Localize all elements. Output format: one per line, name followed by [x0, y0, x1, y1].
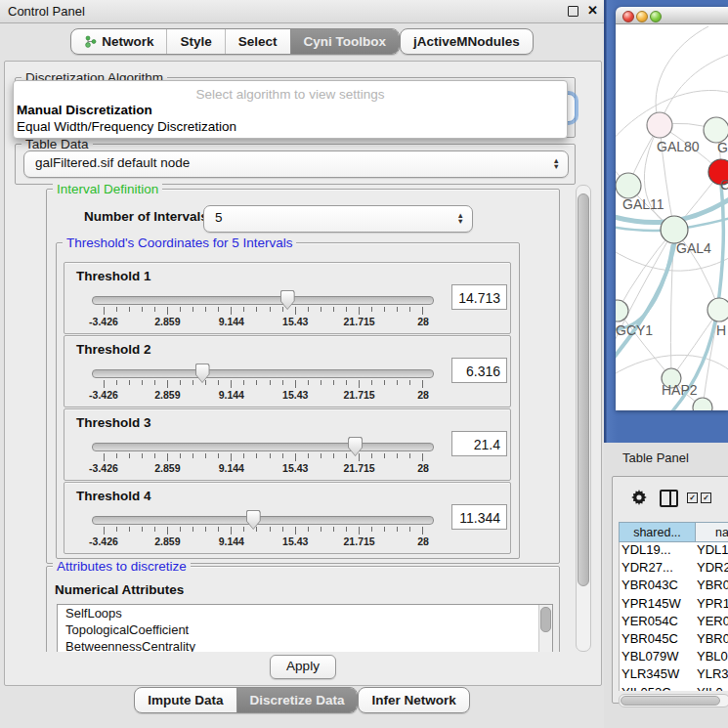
gear-icon[interactable]	[630, 489, 648, 510]
table-header-row: shared... na	[619, 522, 728, 542]
node-label: H	[716, 322, 726, 338]
network-window: GAL80 GA C GAL11 GAL4 GCY1 H HAP2	[616, 7, 728, 410]
apply-button[interactable]: Apply	[270, 655, 336, 679]
tab-select[interactable]: Select	[225, 29, 290, 54]
tab-jactivemnodules[interactable]: jActiveMNodules	[401, 29, 533, 54]
list-item[interactable]: TopologicalCoefficient	[58, 621, 552, 638]
network-icon	[84, 35, 97, 48]
threshold-2-slider[interactable]: -3.426 2.859 9.144 15.43 21.715 28	[92, 364, 434, 403]
threshold-2-value-field[interactable]: 6.316	[451, 358, 507, 383]
mac-minimize-button[interactable]	[636, 11, 648, 22]
network-graph: GAL80 GA C GAL11 GAL4 GCY1 H HAP2	[616, 24, 728, 410]
mac-close-button[interactable]	[622, 11, 634, 22]
node-table: shared... na YDL19...YDL1 YDR27...YDR2 Y…	[619, 522, 728, 691]
close-icon[interactable]: ✕	[587, 3, 598, 18]
right-region: GAL80 GA C GAL11 GAL4 GCY1 H HAP2 Table …	[604, 0, 728, 728]
tab-impute-data[interactable]: Impute Data	[135, 688, 236, 712]
table-row[interactable]: YIL052CYIL0	[620, 685, 728, 692]
popup-item-manual-discretization[interactable]: Manual Discretization	[17, 103, 152, 117]
table-data-combo[interactable]: galFiltered.sif default node ▲▼	[23, 150, 569, 178]
node-h[interactable]	[707, 298, 728, 321]
node-label: GAL80	[657, 139, 700, 154]
thresholds-group-label: Threshold's Coordinates for 5 Intervals	[63, 236, 296, 250]
threshold-4-slider[interactable]: -3.426 2.859 9.144 15.43 21.715 28	[92, 510, 434, 549]
cyni-toolbox-panel: Discretization Algorithm ▲▼ Select algor…	[4, 61, 602, 686]
bottom-tab-bar: Impute Data Discretize Data Infer Networ…	[0, 687, 604, 713]
mac-zoom-button[interactable]	[650, 11, 662, 22]
settings-scroll-area: Interval Definition Number of Intervals …	[15, 183, 576, 652]
top-tab-bar: Network Style Select Cyni Toolbox jActiv…	[0, 28, 604, 55]
list-item[interactable]: SelfLoops	[58, 605, 552, 621]
node-gal11[interactable]	[616, 173, 641, 198]
combo-stepper-icon: ▲▼	[457, 213, 464, 225]
network-window-titlebar[interactable]	[616, 7, 728, 24]
panel-title: Control Panel	[8, 4, 85, 19]
thresholds-group: Threshold's Coordinates for 5 Intervals …	[56, 242, 520, 559]
float-window-icon[interactable]	[568, 6, 578, 17]
node-gcy1[interactable]	[616, 300, 628, 321]
threshold-1-box: Threshold 1 -3.426 2.859 9.144 15.43 21.…	[64, 262, 511, 334]
column-header-name[interactable]: na	[696, 523, 728, 541]
settings-scrollbar[interactable]	[576, 185, 591, 652]
column-header-shared-name[interactable]: shared...	[620, 523, 696, 541]
threshold-4-box: Threshold 4 -3.426 2.859 9.144 15.43 21.…	[64, 482, 511, 554]
attributes-group: Attributes to discretize Numerical Attri…	[46, 566, 560, 652]
columns-icon[interactable]	[660, 490, 678, 507]
list-item[interactable]: BetweennessCentrality	[58, 638, 552, 652]
checked-box-icon: ✓	[687, 492, 698, 503]
node-label: GAL11	[622, 196, 664, 212]
table-row[interactable]: YBR043CYBR0	[620, 578, 728, 595]
node-label: GCY1	[616, 322, 653, 338]
popup-placeholder: Select algorithm to view settings	[14, 87, 567, 102]
threshold-3-value-field[interactable]: 21.4	[451, 431, 507, 456]
numerical-attributes-label: Numerical Attributes	[55, 582, 184, 597]
node-gal4[interactable]	[661, 216, 688, 243]
network-canvas[interactable]: GAL80 GA C GAL11 GAL4 GCY1 H HAP2	[616, 24, 728, 410]
table-data-label: Table Data	[21, 137, 93, 151]
attributes-group-label: Attributes to discretize	[53, 559, 191, 574]
node-bottom-partial[interactable]	[693, 398, 712, 410]
threshold-4-value-field[interactable]: 11.344	[451, 504, 507, 530]
node-label: C	[720, 177, 728, 193]
table-panel-title: Table Panel	[622, 450, 689, 465]
table-body: YDL19...YDL1 YDR27...YDR2 YBR043CYBR0 YP…	[619, 542, 728, 691]
tab-cyni-toolbox[interactable]: Cyni Toolbox	[290, 29, 400, 54]
table-row[interactable]: YDR27...YDR2	[620, 560, 728, 578]
table-row[interactable]: YPR145WYPR1	[620, 596, 728, 614]
table-row[interactable]: YLR345WYLR3	[620, 666, 728, 684]
checked-box-icon: ✓	[701, 492, 711, 503]
checkbox-columns-icon[interactable]: ✓ ✓	[687, 492, 711, 503]
threshold-1-slider[interactable]: -3.426 2.859 9.144 15.43 21.715 28	[92, 290, 434, 329]
number-of-intervals-combo[interactable]: 5 ▲▼	[203, 205, 473, 233]
tab-discretize-data[interactable]: Discretize Data	[236, 688, 358, 712]
table-row[interactable]: YBL079WYBL0	[620, 649, 728, 666]
threshold-3-slider[interactable]: -3.426 2.859 9.144 15.43 21.715 28	[92, 437, 434, 476]
tab-infer-network[interactable]: Infer Network	[359, 688, 468, 712]
table-row[interactable]: YER054CYER0	[620, 614, 728, 631]
number-of-intervals-label: Number of Intervals	[84, 209, 208, 224]
threshold-2-box: Threshold 2 -3.426 2.859 9.144 15.43 21.…	[64, 335, 511, 407]
node-label: GAL4	[676, 240, 711, 256]
table-row[interactable]: YBR045CYBR0	[620, 631, 728, 649]
node-label: GA	[717, 140, 728, 155]
interval-definition-label: Interval Definition	[53, 183, 162, 196]
control-panel-titlebar: Control Panel ✕	[0, 0, 604, 23]
node-gal80[interactable]	[647, 112, 672, 138]
list-scrollbar[interactable]	[538, 605, 552, 652]
tab-network[interactable]: Network	[71, 29, 166, 54]
table-row[interactable]: YDL19...YDL1	[620, 542, 728, 560]
table-data-group: Table Data galFiltered.sif default node …	[15, 144, 576, 185]
tab-style[interactable]: Style	[166, 29, 224, 54]
threshold-1-value-field[interactable]: 14.713	[451, 284, 507, 310]
control-panel: Control Panel ✕ Network Style Select Cyn…	[0, 0, 604, 728]
table-panel-card: ✓ ✓ shared... na YDL19...YDL1 YDR27...YD…	[612, 476, 728, 704]
interval-definition-group: Interval Definition Number of Intervals …	[46, 189, 560, 564]
popup-item-equal-width-frequency[interactable]: Equal Width/Frequency Discretization	[17, 119, 236, 134]
threshold-3-box: Threshold 3 -3.426 2.859 9.144 15.43 21.…	[64, 408, 511, 481]
table-horizontal-scrollbar[interactable]	[619, 694, 728, 707]
combo-stepper-icon: ▲▼	[553, 158, 560, 170]
node-label: HAP2	[662, 382, 698, 398]
numerical-attributes-list: SelfLoops TopologicalCoefficient Between…	[57, 604, 553, 652]
algorithm-dropdown-popup: Select algorithm to view settings Manual…	[13, 80, 568, 139]
